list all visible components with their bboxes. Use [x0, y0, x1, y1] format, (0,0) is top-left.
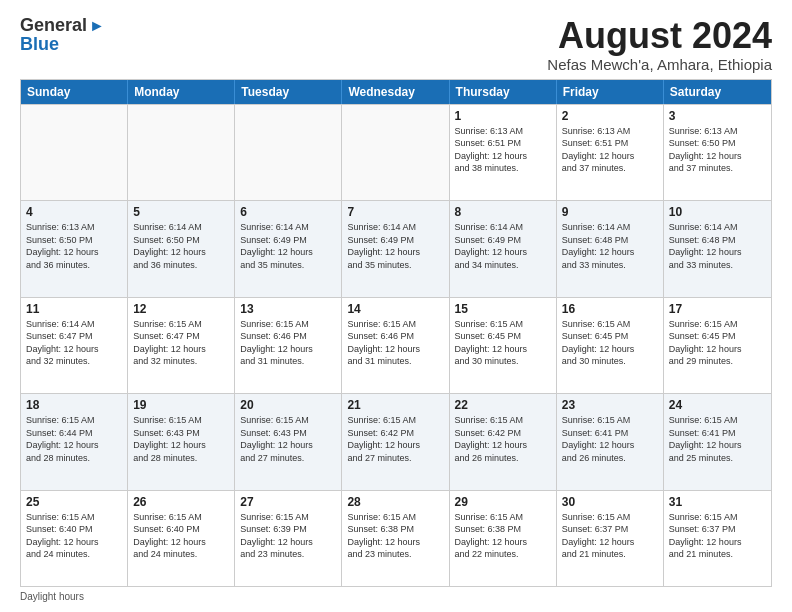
table-row: 29Sunrise: 6:15 AM Sunset: 6:38 PM Dayli… — [450, 491, 557, 586]
cell-info-31: Sunrise: 6:15 AM Sunset: 6:37 PM Dayligh… — [669, 511, 766, 561]
table-row: 18Sunrise: 6:15 AM Sunset: 6:44 PM Dayli… — [21, 394, 128, 489]
cell-date-5: 5 — [133, 205, 229, 219]
cell-info-27: Sunrise: 6:15 AM Sunset: 6:39 PM Dayligh… — [240, 511, 336, 561]
cell-info-17: Sunrise: 6:15 AM Sunset: 6:45 PM Dayligh… — [669, 318, 766, 368]
cell-date-19: 19 — [133, 398, 229, 412]
table-row: 9Sunrise: 6:14 AM Sunset: 6:48 PM Daylig… — [557, 201, 664, 296]
table-row: 30Sunrise: 6:15 AM Sunset: 6:37 PM Dayli… — [557, 491, 664, 586]
calendar-week-1: 1Sunrise: 6:13 AM Sunset: 6:51 PM Daylig… — [21, 104, 771, 200]
table-row: 11Sunrise: 6:14 AM Sunset: 6:47 PM Dayli… — [21, 298, 128, 393]
cell-info-4: Sunrise: 6:13 AM Sunset: 6:50 PM Dayligh… — [26, 221, 122, 271]
cell-info-2: Sunrise: 6:13 AM Sunset: 6:51 PM Dayligh… — [562, 125, 658, 175]
cell-info-28: Sunrise: 6:15 AM Sunset: 6:38 PM Dayligh… — [347, 511, 443, 561]
cell-date-15: 15 — [455, 302, 551, 316]
table-row — [235, 105, 342, 200]
cell-date-12: 12 — [133, 302, 229, 316]
cell-date-2: 2 — [562, 109, 658, 123]
location-subtitle: Nefas Mewch'a, Amhara, Ethiopia — [547, 56, 772, 73]
cell-info-6: Sunrise: 6:14 AM Sunset: 6:49 PM Dayligh… — [240, 221, 336, 271]
cell-info-16: Sunrise: 6:15 AM Sunset: 6:45 PM Dayligh… — [562, 318, 658, 368]
cell-info-23: Sunrise: 6:15 AM Sunset: 6:41 PM Dayligh… — [562, 414, 658, 464]
cell-info-13: Sunrise: 6:15 AM Sunset: 6:46 PM Dayligh… — [240, 318, 336, 368]
cell-date-9: 9 — [562, 205, 658, 219]
calendar-header-thursday: Thursday — [450, 80, 557, 104]
calendar-header-tuesday: Tuesday — [235, 80, 342, 104]
cell-date-16: 16 — [562, 302, 658, 316]
cell-info-5: Sunrise: 6:14 AM Sunset: 6:50 PM Dayligh… — [133, 221, 229, 271]
cell-info-8: Sunrise: 6:14 AM Sunset: 6:49 PM Dayligh… — [455, 221, 551, 271]
table-row: 27Sunrise: 6:15 AM Sunset: 6:39 PM Dayli… — [235, 491, 342, 586]
cell-info-22: Sunrise: 6:15 AM Sunset: 6:42 PM Dayligh… — [455, 414, 551, 464]
cell-date-4: 4 — [26, 205, 122, 219]
calendar-header-row: SundayMondayTuesdayWednesdayThursdayFrid… — [21, 80, 771, 104]
table-row: 26Sunrise: 6:15 AM Sunset: 6:40 PM Dayli… — [128, 491, 235, 586]
footer-note: Daylight hours — [20, 591, 772, 602]
logo-general: General► — [20, 16, 105, 35]
month-title: August 2024 — [547, 16, 772, 56]
table-row: 21Sunrise: 6:15 AM Sunset: 6:42 PM Dayli… — [342, 394, 449, 489]
cell-date-28: 28 — [347, 495, 443, 509]
calendar-week-5: 25Sunrise: 6:15 AM Sunset: 6:40 PM Dayli… — [21, 490, 771, 586]
cell-date-11: 11 — [26, 302, 122, 316]
table-row: 19Sunrise: 6:15 AM Sunset: 6:43 PM Dayli… — [128, 394, 235, 489]
table-row: 2Sunrise: 6:13 AM Sunset: 6:51 PM Daylig… — [557, 105, 664, 200]
cell-date-13: 13 — [240, 302, 336, 316]
calendar-header-friday: Friday — [557, 80, 664, 104]
cell-date-8: 8 — [455, 205, 551, 219]
calendar-header-wednesday: Wednesday — [342, 80, 449, 104]
table-row: 17Sunrise: 6:15 AM Sunset: 6:45 PM Dayli… — [664, 298, 771, 393]
table-row: 31Sunrise: 6:15 AM Sunset: 6:37 PM Dayli… — [664, 491, 771, 586]
cell-date-30: 30 — [562, 495, 658, 509]
table-row: 5Sunrise: 6:14 AM Sunset: 6:50 PM Daylig… — [128, 201, 235, 296]
calendar-body: 1Sunrise: 6:13 AM Sunset: 6:51 PM Daylig… — [21, 104, 771, 586]
cell-date-17: 17 — [669, 302, 766, 316]
table-row: 8Sunrise: 6:14 AM Sunset: 6:49 PM Daylig… — [450, 201, 557, 296]
cell-date-1: 1 — [455, 109, 551, 123]
calendar-week-2: 4Sunrise: 6:13 AM Sunset: 6:50 PM Daylig… — [21, 200, 771, 296]
table-row: 16Sunrise: 6:15 AM Sunset: 6:45 PM Dayli… — [557, 298, 664, 393]
table-row: 20Sunrise: 6:15 AM Sunset: 6:43 PM Dayli… — [235, 394, 342, 489]
calendar-week-3: 11Sunrise: 6:14 AM Sunset: 6:47 PM Dayli… — [21, 297, 771, 393]
calendar-header-monday: Monday — [128, 80, 235, 104]
table-row: 24Sunrise: 6:15 AM Sunset: 6:41 PM Dayli… — [664, 394, 771, 489]
cell-date-26: 26 — [133, 495, 229, 509]
cell-date-21: 21 — [347, 398, 443, 412]
cell-info-12: Sunrise: 6:15 AM Sunset: 6:47 PM Dayligh… — [133, 318, 229, 368]
cell-info-20: Sunrise: 6:15 AM Sunset: 6:43 PM Dayligh… — [240, 414, 336, 464]
title-block: August 2024 Nefas Mewch'a, Amhara, Ethio… — [547, 16, 772, 73]
table-row: 25Sunrise: 6:15 AM Sunset: 6:40 PM Dayli… — [21, 491, 128, 586]
logo-icon: ► — [89, 17, 105, 34]
table-row: 12Sunrise: 6:15 AM Sunset: 6:47 PM Dayli… — [128, 298, 235, 393]
table-row: 28Sunrise: 6:15 AM Sunset: 6:38 PM Dayli… — [342, 491, 449, 586]
table-row: 4Sunrise: 6:13 AM Sunset: 6:50 PM Daylig… — [21, 201, 128, 296]
cell-date-18: 18 — [26, 398, 122, 412]
cell-date-29: 29 — [455, 495, 551, 509]
calendar-week-4: 18Sunrise: 6:15 AM Sunset: 6:44 PM Dayli… — [21, 393, 771, 489]
cell-date-7: 7 — [347, 205, 443, 219]
table-row: 14Sunrise: 6:15 AM Sunset: 6:46 PM Dayli… — [342, 298, 449, 393]
cell-date-27: 27 — [240, 495, 336, 509]
cell-info-3: Sunrise: 6:13 AM Sunset: 6:50 PM Dayligh… — [669, 125, 766, 175]
cell-info-21: Sunrise: 6:15 AM Sunset: 6:42 PM Dayligh… — [347, 414, 443, 464]
cell-info-19: Sunrise: 6:15 AM Sunset: 6:43 PM Dayligh… — [133, 414, 229, 464]
cell-date-14: 14 — [347, 302, 443, 316]
cell-date-31: 31 — [669, 495, 766, 509]
cell-date-25: 25 — [26, 495, 122, 509]
table-row: 13Sunrise: 6:15 AM Sunset: 6:46 PM Dayli… — [235, 298, 342, 393]
cell-date-3: 3 — [669, 109, 766, 123]
cell-info-30: Sunrise: 6:15 AM Sunset: 6:37 PM Dayligh… — [562, 511, 658, 561]
table-row — [128, 105, 235, 200]
cell-info-18: Sunrise: 6:15 AM Sunset: 6:44 PM Dayligh… — [26, 414, 122, 464]
calendar-header-saturday: Saturday — [664, 80, 771, 104]
table-row: 10Sunrise: 6:14 AM Sunset: 6:48 PM Dayli… — [664, 201, 771, 296]
cell-info-26: Sunrise: 6:15 AM Sunset: 6:40 PM Dayligh… — [133, 511, 229, 561]
table-row — [21, 105, 128, 200]
cell-info-10: Sunrise: 6:14 AM Sunset: 6:48 PM Dayligh… — [669, 221, 766, 271]
cell-info-24: Sunrise: 6:15 AM Sunset: 6:41 PM Dayligh… — [669, 414, 766, 464]
page-header: General► Blue August 2024 Nefas Mewch'a,… — [20, 16, 772, 73]
calendar: SundayMondayTuesdayWednesdayThursdayFrid… — [20, 79, 772, 587]
cell-date-20: 20 — [240, 398, 336, 412]
cell-info-15: Sunrise: 6:15 AM Sunset: 6:45 PM Dayligh… — [455, 318, 551, 368]
cell-date-24: 24 — [669, 398, 766, 412]
table-row: 7Sunrise: 6:14 AM Sunset: 6:49 PM Daylig… — [342, 201, 449, 296]
